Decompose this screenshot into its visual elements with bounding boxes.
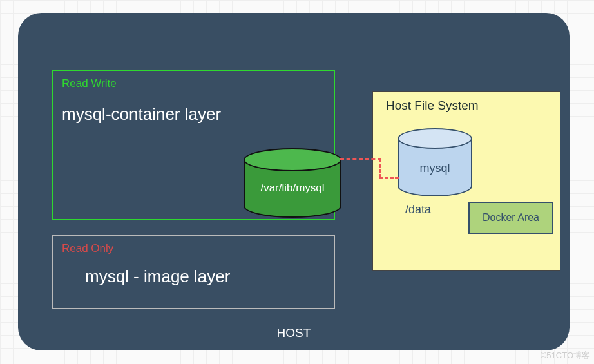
read-only-layer-box: Read Only mysql - image layer (52, 235, 335, 309)
image-layer-title: mysql - image layer (85, 267, 230, 287)
mount-link-line (379, 177, 399, 179)
cylinder-top (244, 148, 341, 171)
container-layer-title: mysql-container layer (62, 104, 221, 124)
data-path-label: /data (405, 203, 431, 216)
read-write-layer-box: Read Write mysql-container layer /var/li… (52, 70, 335, 220)
mysql-db-label: mysql (398, 162, 472, 175)
mysql-volume-cylinder: /var/lib/mysql (244, 148, 341, 218)
volume-path-label: /var/lib/mysql (244, 182, 341, 195)
read-write-badge: Read Write (62, 77, 117, 90)
cylinder-top (398, 128, 472, 149)
mysql-host-cylinder: mysql (398, 128, 472, 196)
host-file-system-box: Host File System mysql /data Docker Area (372, 91, 560, 271)
read-only-badge: Read Only (62, 242, 113, 255)
watermark: ©51CTO博客 (541, 350, 590, 361)
mount-link-line (379, 158, 381, 178)
host-fs-title: Host File System (386, 99, 479, 113)
host-label: HOST (18, 326, 570, 340)
host-container: Read Write mysql-container layer /var/li… (18, 13, 570, 350)
mount-link-line (340, 158, 381, 160)
docker-area-box: Docker Area (468, 202, 553, 234)
